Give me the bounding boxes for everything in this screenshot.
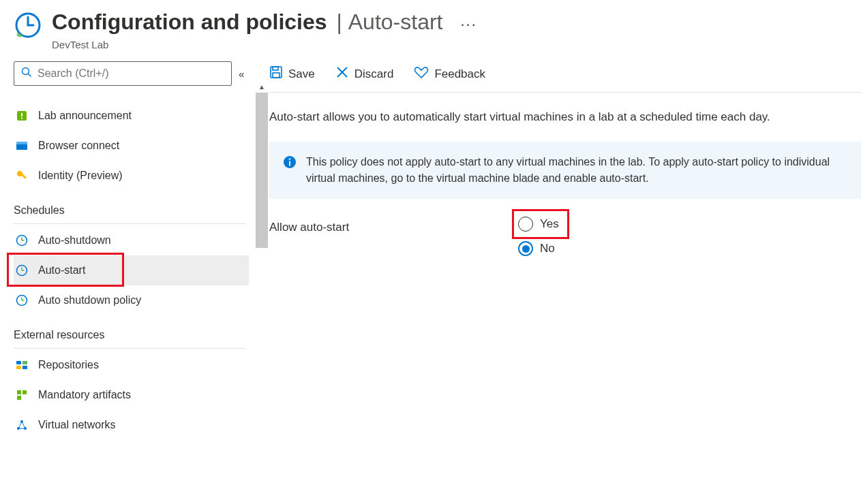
page-header: Configuration and policies | Auto-start …: [0, 0, 861, 57]
svg-point-41: [289, 158, 291, 160]
close-icon: [335, 65, 349, 82]
discard-button[interactable]: Discard: [335, 65, 394, 82]
key-icon: [15, 169, 29, 183]
toolbar: Save Discard Feedback: [269, 61, 861, 92]
feedback-button[interactable]: Feedback: [414, 65, 485, 82]
clock-icon: [15, 264, 29, 277]
sidebar-item-label: Browser connect: [38, 140, 119, 152]
search-input[interactable]: [37, 67, 224, 80]
sidebar-item-auto-start[interactable]: Auto-start: [14, 255, 249, 285]
toolbar-label: Discard: [354, 67, 394, 81]
radio-button[interactable]: [518, 217, 533, 232]
page-title: Configuration and policies: [52, 10, 327, 35]
svg-point-3: [22, 68, 29, 75]
sidebar-item-label: Mandatory artifacts: [38, 389, 131, 401]
svg-line-31: [18, 422, 22, 428]
svg-rect-24: [22, 366, 27, 369]
resource-icon: [14, 11, 42, 42]
sidebar-item-label: Auto-start: [38, 264, 85, 277]
svg-rect-40: [289, 161, 290, 166]
sidebar-item-repositories[interactable]: Repositories: [14, 350, 249, 380]
sidebar-item-browser-connect[interactable]: Browser connect: [14, 131, 249, 161]
sidebar-item-lab-announcement[interactable]: Lab announcement: [14, 101, 249, 131]
sidebar-item-auto-shutdown-policy[interactable]: Auto shutdown policy: [14, 285, 249, 315]
nav-section-schedules: Schedules: [14, 195, 249, 222]
sidebar-item-label: Lab announcement: [38, 110, 132, 122]
radio-button[interactable]: [518, 241, 533, 256]
network-icon: [15, 418, 29, 432]
resource-type: DevTest Lab: [52, 39, 477, 50]
repo-icon: [15, 358, 29, 372]
svg-rect-35: [273, 67, 278, 70]
heart-icon: [414, 65, 429, 82]
scrollbar[interactable]: [256, 93, 268, 440]
search-box[interactable]: [14, 61, 232, 86]
svg-rect-7: [21, 118, 22, 119]
info-text: This policy does not apply auto-start to…: [306, 154, 847, 187]
artifacts-icon: [15, 388, 29, 402]
radio-option-yes[interactable]: Yes: [518, 217, 559, 232]
svg-line-32: [22, 422, 25, 428]
svg-rect-25: [17, 390, 21, 394]
setting-label: Allow auto-start: [269, 217, 518, 234]
svg-rect-23: [16, 366, 21, 369]
sidebar-item-virtual-networks[interactable]: Virtual networks: [14, 410, 249, 440]
svg-rect-9: [16, 142, 27, 144]
more-button[interactable]: ···: [460, 16, 477, 33]
svg-rect-36: [273, 73, 280, 78]
toolbar-label: Feedback: [434, 67, 485, 81]
sidebar-item-label: Repositories: [38, 359, 99, 371]
sidebar-item-auto-shutdown[interactable]: Auto-shutdown: [14, 225, 249, 255]
collapse-sidebar-button[interactable]: «: [239, 68, 244, 80]
svg-line-4: [28, 74, 31, 76]
clock-icon: [15, 234, 29, 247]
sidebar-item-mandatory-artifacts[interactable]: Mandatory artifacts: [14, 380, 249, 410]
announcement-icon: [15, 109, 29, 123]
radio-option-no[interactable]: No: [518, 241, 559, 256]
search-icon: [21, 67, 32, 80]
radio-label: No: [540, 242, 555, 255]
info-banner: This policy does not apply auto-start to…: [269, 142, 861, 199]
save-button[interactable]: Save: [269, 65, 315, 82]
sidebar-item-label: Virtual networks: [38, 419, 116, 431]
clock-icon: [15, 294, 29, 307]
toolbar-label: Save: [288, 67, 315, 81]
main-content: Save Discard Feedback Auto-start allows …: [249, 57, 861, 440]
sidebar-item-label: Auto shutdown policy: [38, 294, 141, 306]
page-subtitle: | Auto-start: [337, 10, 443, 35]
svg-rect-21: [16, 361, 21, 364]
scroll-up-icon[interactable]: ▲: [256, 82, 268, 91]
nav-section-external: External resources: [14, 319, 249, 347]
svg-rect-22: [22, 361, 27, 364]
svg-rect-11: [21, 174, 27, 179]
sidebar-item-label: Auto-shutdown: [38, 234, 111, 247]
sidebar-item-label: Identity (Preview): [38, 170, 123, 182]
sidebar: « ▲ Lab announcement Browser connect: [0, 57, 249, 440]
svg-rect-6: [21, 113, 22, 116]
description-text: Auto-start allows you to automatically s…: [269, 110, 861, 124]
svg-rect-27: [17, 396, 21, 400]
browser-icon: [15, 139, 29, 153]
radio-label: Yes: [540, 217, 559, 231]
sidebar-item-identity[interactable]: Identity (Preview): [14, 161, 249, 191]
save-icon: [269, 65, 283, 82]
info-icon: [283, 155, 297, 174]
svg-rect-26: [22, 390, 27, 394]
